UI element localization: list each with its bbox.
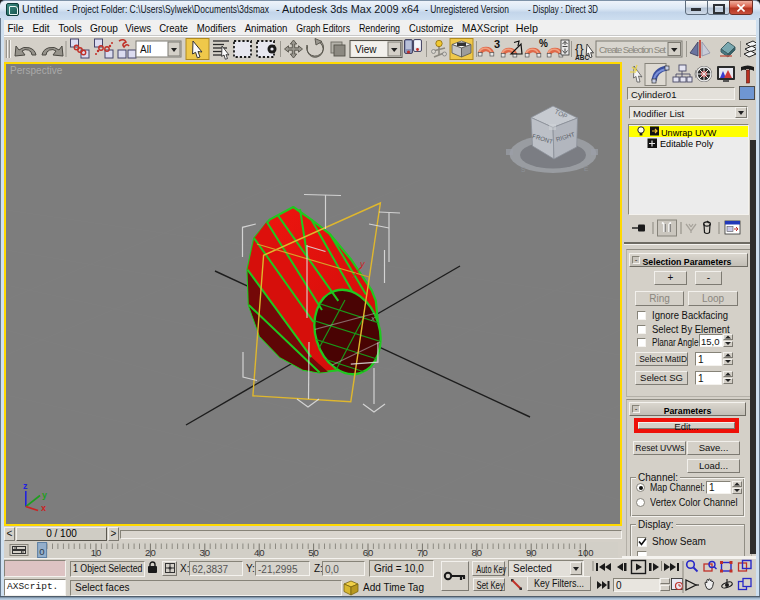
- svg-text:Customize: Customize: [409, 22, 453, 34]
- svg-text:S: S: [521, 166, 526, 173]
- svg-text:Create Selection Set: Create Selection Set: [599, 44, 666, 55]
- svg-text:MAXScript: MAXScript: [462, 22, 509, 34]
- svg-text:10: 10: [91, 547, 102, 558]
- svg-text:60: 60: [363, 547, 374, 558]
- svg-text:Help: Help: [516, 22, 538, 34]
- svg-text:E: E: [584, 165, 589, 172]
- svg-text:80: 80: [472, 547, 483, 558]
- svg-text:3: 3: [494, 38, 500, 50]
- svg-text:Graph Editors: Graph Editors: [296, 22, 350, 34]
- svg-text:30: 30: [200, 547, 211, 558]
- svg-text:All: All: [140, 44, 151, 55]
- svg-text:0: 0: [39, 546, 44, 557]
- svg-text:40: 40: [254, 547, 265, 558]
- svg-text:Create: Create: [159, 22, 188, 34]
- svg-text:Modifiers: Modifiers: [197, 22, 236, 34]
- svg-text:Views: Views: [125, 22, 151, 34]
- svg-text:Edit: Edit: [32, 22, 49, 34]
- svg-text:x: x: [41, 503, 46, 513]
- svg-text:50: 50: [308, 547, 319, 558]
- svg-text:90: 90: [526, 547, 537, 558]
- svg-text:Perspective: Perspective: [10, 65, 63, 76]
- svg-text:Tools: Tools: [58, 22, 82, 34]
- svg-text:View: View: [355, 44, 377, 55]
- svg-text:70: 70: [417, 547, 428, 558]
- svg-text:Rendering: Rendering: [359, 22, 400, 34]
- svg-text:z: z: [23, 481, 28, 491]
- svg-text:20: 20: [145, 547, 156, 558]
- svg-text:y: y: [359, 259, 365, 269]
- svg-text:Group: Group: [90, 22, 118, 34]
- svg-text:y: y: [42, 490, 47, 500]
- svg-text:%: %: [539, 38, 548, 49]
- svg-text:100: 100: [578, 547, 594, 558]
- svg-text:Animation: Animation: [245, 22, 288, 34]
- svg-text:File: File: [7, 22, 23, 34]
